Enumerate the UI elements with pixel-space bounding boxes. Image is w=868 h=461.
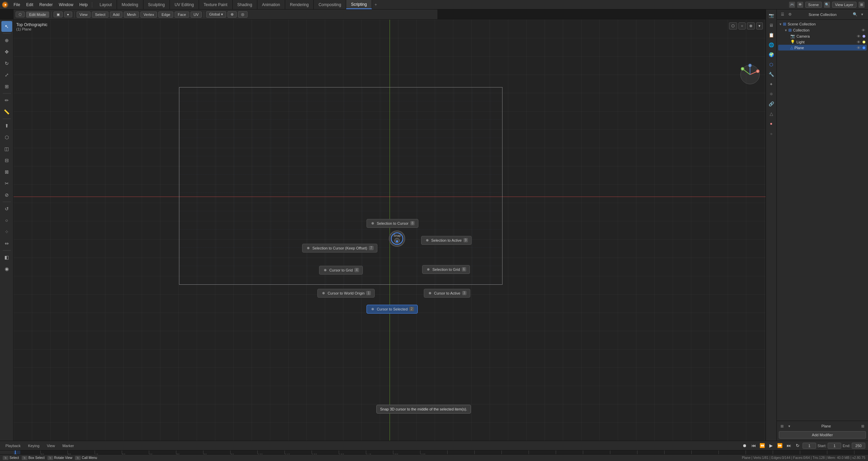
props-scene-icon[interactable]: 🌐 bbox=[767, 40, 776, 49]
keying-menu[interactable]: Keying bbox=[25, 443, 42, 448]
tool-sphere[interactable]: ◉ bbox=[1, 263, 12, 274]
tool-bisect[interactable]: ⊘ bbox=[1, 189, 12, 200]
viewport-shading-solid[interactable]: ● bbox=[64, 12, 72, 17]
props-view-icon[interactable]: ⊞ bbox=[779, 423, 785, 429]
tool-transform[interactable]: ⊞ bbox=[1, 81, 12, 92]
tool-bevel[interactable]: ◫ bbox=[1, 143, 12, 154]
props-object-icon[interactable]: ⬡ bbox=[767, 60, 776, 69]
timeline-skip-end-btn[interactable]: ⏭ bbox=[785, 442, 792, 449]
tree-camera[interactable]: 📷 Camera 👁 bbox=[778, 33, 867, 39]
props-filter-2[interactable]: ▾ bbox=[786, 423, 792, 429]
props-modifier-icon[interactable]: 🔧 bbox=[767, 70, 776, 79]
tool-select[interactable]: ↖ bbox=[1, 21, 12, 32]
tool-offset-edge[interactable]: ⊠ bbox=[1, 166, 12, 177]
transform-selector[interactable]: Global ▾ bbox=[206, 11, 226, 18]
props-output-icon[interactable]: 🖥 bbox=[767, 21, 776, 29]
props-view-layer-icon[interactable]: 📋 bbox=[767, 31, 776, 39]
menu-view[interactable]: View bbox=[77, 12, 91, 18]
viewport-overlay-btn[interactable]: ○ bbox=[738, 22, 746, 29]
light-eye-icon[interactable]: 👁 bbox=[857, 40, 861, 44]
filter-icon[interactable]: ⚙ bbox=[787, 12, 793, 18]
menu-file[interactable]: File bbox=[11, 2, 23, 8]
tool-loop-cut[interactable]: ⊟ bbox=[1, 155, 12, 166]
add-modifier-button[interactable]: Add Modifier bbox=[779, 431, 866, 439]
props-particles-icon[interactable]: ✦ bbox=[767, 80, 776, 88]
viewport-gizmo-btn[interactable]: ⊕ bbox=[747, 22, 755, 29]
tree-collection[interactable]: ▾ ⊞ Collection 👁 bbox=[778, 27, 867, 33]
tab-add-button[interactable]: + bbox=[372, 0, 380, 9]
menu-edit[interactable]: Edit bbox=[23, 2, 36, 8]
timeline-prev-key-btn[interactable]: ⏪ bbox=[758, 442, 766, 449]
menu-mesh[interactable]: Mesh bbox=[124, 12, 139, 18]
pie-cursor-to-active[interactable]: ⊕ Cursor to Active 3 bbox=[424, 289, 470, 298]
pie-cursor-to-selected[interactable]: ⊕ Cursor to Selected 2 bbox=[367, 305, 418, 314]
end-frame-display[interactable]: 250 bbox=[852, 443, 865, 449]
view-menu[interactable]: View bbox=[44, 443, 58, 448]
menu-uv[interactable]: UV bbox=[191, 12, 202, 18]
snap-toggle[interactable]: ⊕ bbox=[228, 11, 237, 18]
tool-scale[interactable]: ⤢ bbox=[1, 69, 12, 80]
tab-animation[interactable]: Animation bbox=[257, 0, 285, 9]
pie-sel-to-cursor-keep[interactable]: ⊕ Selection to Cursor (Keep Offset) 7 bbox=[302, 244, 377, 253]
timeline-record-btn[interactable]: ⏺ bbox=[741, 442, 748, 449]
marker-menu[interactable]: Marker bbox=[60, 443, 77, 448]
timeline-next-key-btn[interactable]: ⏩ bbox=[776, 442, 784, 449]
menu-select[interactable]: Select bbox=[92, 12, 108, 18]
menu-vertex[interactable]: Vertex bbox=[140, 12, 157, 18]
filter-collection-icon[interactable]: ▾ bbox=[859, 12, 865, 18]
menu-face[interactable]: Face bbox=[175, 12, 189, 18]
tool-slide[interactable]: ⇔ bbox=[1, 238, 12, 249]
overlay-toggle[interactable]: 👁 bbox=[797, 2, 803, 8]
props-physics-icon[interactable]: ⚛ bbox=[767, 89, 776, 98]
nav-gizmo[interactable]: X Y Z bbox=[739, 64, 761, 85]
tab-sculpting[interactable]: Sculpting bbox=[143, 0, 170, 9]
proportional-toggle[interactable]: ◎ bbox=[238, 11, 248, 18]
props-world-icon[interactable]: 🌍 bbox=[767, 50, 776, 59]
camera-eye-icon[interactable]: 👁 bbox=[857, 34, 861, 38]
engine-selector[interactable]: 🎮 bbox=[789, 2, 795, 8]
pie-cursor-to-world-origin[interactable]: ⊕ Cursor to World Origin 1 bbox=[317, 289, 375, 298]
menu-help[interactable]: Help bbox=[77, 2, 91, 8]
tree-plane[interactable]: △ Plane 👁 bbox=[778, 45, 867, 51]
scene-selector[interactable]: Scene bbox=[805, 2, 822, 8]
pie-sel-to-active[interactable]: ⊕ Selection to Active 9 bbox=[421, 236, 472, 245]
viewport-shading-wire[interactable]: ▣ bbox=[54, 12, 63, 17]
props-render-icon[interactable]: 📷 bbox=[767, 11, 776, 20]
tool-spin[interactable]: ↺ bbox=[1, 203, 12, 214]
menu-edge[interactable]: Edge bbox=[158, 12, 173, 18]
timeline-loop-btn[interactable]: ↻ bbox=[794, 442, 801, 449]
tool-knife[interactable]: ✂ bbox=[1, 178, 12, 189]
playback-menu[interactable]: Playback bbox=[3, 443, 23, 448]
tree-light[interactable]: 💡 Light 👁 bbox=[778, 39, 867, 45]
menu-render[interactable]: Render bbox=[37, 2, 55, 8]
viewport-show-overlays-btn[interactable]: ▾ bbox=[756, 22, 763, 29]
tool-cursor[interactable]: ⊕ bbox=[1, 35, 12, 46]
timeline-skip-start-btn[interactable]: ⏮ bbox=[750, 442, 757, 449]
pie-sel-to-grid[interactable]: ⊕ Selection to Grid 6 bbox=[422, 265, 470, 274]
tool-inset[interactable]: ⬡ bbox=[1, 132, 12, 143]
tab-scripting[interactable]: Scripting bbox=[346, 0, 372, 9]
topright-expand-icon[interactable]: ⊞ bbox=[859, 2, 865, 8]
props-data-icon[interactable]: △ bbox=[767, 109, 776, 118]
mode-icon[interactable]: ⬡ bbox=[16, 12, 25, 17]
tab-layout[interactable]: Layout bbox=[95, 0, 117, 9]
tree-scene-collection[interactable]: ▾ ⊞ Scene Collection bbox=[778, 21, 867, 27]
mode-selector[interactable]: Edit Mode bbox=[26, 12, 49, 18]
tab-shading[interactable]: Shading bbox=[233, 0, 257, 9]
plane-eye-icon[interactable]: 👁 bbox=[857, 46, 861, 50]
tab-compositing[interactable]: Compositing bbox=[314, 0, 346, 9]
props-node-icon[interactable]: ⬦ bbox=[767, 129, 776, 138]
viewport-shading-wire-btn[interactable]: ⬡ bbox=[729, 22, 737, 29]
props-constraints-icon[interactable]: 🔗 bbox=[767, 99, 776, 108]
props-expand[interactable]: ⊞ bbox=[860, 423, 866, 429]
tab-modeling[interactable]: Modeling bbox=[117, 0, 143, 9]
pie-selection-to-cursor[interactable]: ⊕ Selection to Cursor 8 bbox=[367, 219, 418, 228]
tab-uv-editing[interactable]: UV Editing bbox=[170, 0, 199, 9]
search-icon[interactable]: 🔍 bbox=[824, 2, 830, 8]
app-logo[interactable]: ● bbox=[0, 1, 11, 8]
props-material-icon[interactable]: ● bbox=[767, 119, 776, 128]
tab-rendering[interactable]: Rendering bbox=[285, 0, 314, 9]
tool-rotate[interactable]: ↻ bbox=[1, 58, 12, 69]
tool-annotate[interactable]: ✏ bbox=[1, 95, 12, 106]
timeline-play-btn[interactable]: ▶ bbox=[767, 442, 775, 449]
